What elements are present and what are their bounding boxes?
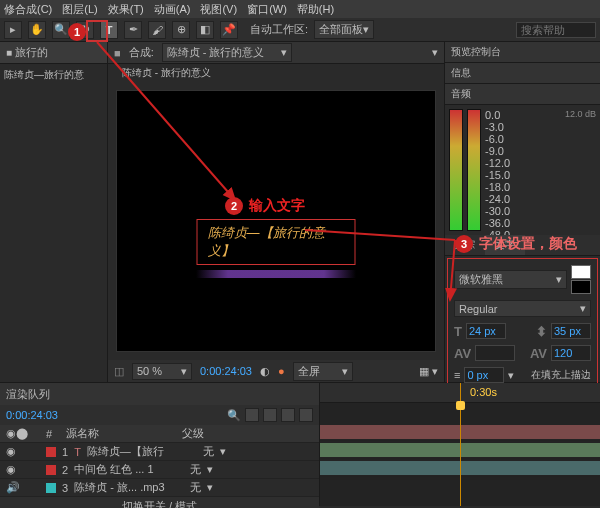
font-size-icon: T — [454, 324, 462, 339]
clone-tool[interactable]: ⊕ — [172, 21, 190, 39]
timeline-timecode[interactable]: 0:00:24:03 — [6, 409, 58, 421]
menu-window[interactable]: 窗口(W) — [247, 2, 287, 17]
view-mode-dropdown[interactable]: 全屏▾ — [293, 362, 353, 381]
brush-tool[interactable]: 🖌 — [148, 21, 166, 39]
menu-animation[interactable]: 动画(A) — [154, 2, 191, 17]
comp-tab[interactable]: 陈绮贞 - 旅行的意义 — [114, 64, 219, 82]
layer-row-1[interactable]: ◉ 1 T 陈绮贞—【旅行 无▾ — [0, 443, 319, 461]
project-item[interactable]: 陈绮贞—旅行的意 — [0, 64, 107, 86]
tracking-input[interactable] — [551, 345, 591, 361]
zoom-dropdown[interactable]: 50 %▾ — [132, 363, 192, 380]
audio-db-value: 12.0 dB — [565, 109, 596, 231]
composition-viewer[interactable]: 陈绮贞—【旅行的意义】 — [116, 90, 436, 352]
waveform-visual — [196, 270, 356, 278]
project-tab[interactable]: ■ 旅行的 — [0, 42, 107, 64]
search-help-input[interactable] — [516, 22, 596, 38]
col-parent[interactable]: 父级 — [182, 426, 204, 441]
puppet-tool[interactable]: 📌 — [220, 21, 238, 39]
comp-dropdown[interactable]: 陈绮贞 - 旅行的意义▾ — [162, 43, 292, 62]
leading-icon: ⬍ — [536, 324, 547, 339]
fill-color-swatch[interactable] — [571, 265, 591, 279]
menu-composition[interactable]: 修合成(C) — [4, 2, 52, 17]
font-style-dropdown[interactable]: Regular▾ — [454, 300, 591, 317]
workspace-dropdown[interactable]: 全部面板▾ — [314, 20, 374, 39]
menu-view[interactable]: 视图(V) — [200, 2, 237, 17]
layer-row-2[interactable]: ◉ 2 中间色 红色 ... 1 无▾ — [0, 461, 319, 479]
res-icon[interactable]: ◐ — [260, 365, 270, 378]
preview-panel-header[interactable]: 预览控制台 — [445, 42, 600, 63]
kerning-input[interactable] — [475, 345, 515, 361]
audio-meter-left — [449, 109, 463, 231]
audio-meter-right-bar — [467, 109, 481, 231]
timeline-panel: 渲染队列 0:00:24:03 🔍 ◉⬤ # 源名称 父级 ◉ 1 T 陈绮贞—… — [0, 382, 600, 506]
viewer-timecode[interactable]: 0:00:24:03 — [200, 365, 252, 377]
tl-ctrl-4[interactable] — [299, 408, 313, 422]
col-source[interactable]: 源名称 — [66, 426, 176, 441]
hand-tool[interactable]: ✋ — [28, 21, 46, 39]
annotation-box-1 — [86, 20, 108, 42]
info-panel-header[interactable]: 信息 — [445, 63, 600, 84]
project-panel: ■ 旅行的 陈绮贞—旅行的意 — [0, 42, 108, 382]
render-queue-tab[interactable]: 渲染队列 — [6, 387, 50, 402]
tl-ctrl-2[interactable] — [263, 408, 277, 422]
audio-meter: 0.0-3.0-6.0 -9.0-12.0-15.0 -18.0-24.0-30… — [445, 105, 600, 235]
audio-db-scale: 0.0-3.0-6.0 -9.0-12.0-15.0 -18.0-24.0-30… — [485, 109, 510, 231]
playhead[interactable] — [460, 383, 461, 506]
menu-bar: 修合成(C) 图层(L) 效果(T) 动画(A) 视图(V) 窗口(W) 帮助(… — [0, 0, 600, 18]
selection-tool[interactable]: ▸ — [4, 21, 22, 39]
tl-ctrl-3[interactable] — [281, 408, 295, 422]
kerning-icon: AV — [454, 346, 471, 361]
stroke-width-input[interactable] — [464, 367, 504, 383]
workspace-label: 自动工作区: — [250, 22, 308, 37]
audio-panel-header[interactable]: 音频 — [445, 84, 600, 105]
tracking-tab[interactable]: 跟踪 — [445, 235, 485, 255]
eraser-tool[interactable]: ◧ — [196, 21, 214, 39]
viewer-text-layer[interactable]: 陈绮贞—【旅行的意义】 — [197, 219, 356, 265]
composition-panel: ■ 合成: 陈绮贞 - 旅行的意义▾ ▾ 陈绮贞 - 旅行的意义 陈绮贞—【旅行… — [108, 42, 444, 382]
comp-header-label: 合成: — [129, 45, 154, 60]
tl-ctrl-1[interactable] — [245, 408, 259, 422]
toggle-switches-button[interactable]: 切换开关 / 模式 — [122, 499, 197, 509]
menu-help[interactable]: 帮助(H) — [297, 2, 334, 17]
leading-input[interactable] — [551, 323, 591, 339]
menu-effect[interactable]: 效果(T) — [108, 2, 144, 17]
font-size-input[interactable] — [466, 323, 506, 339]
stroke-color-swatch[interactable] — [571, 280, 591, 294]
timeline-tracks[interactable]: 0:30s — [320, 383, 600, 506]
layer-row-3[interactable]: 🔊 3 陈绮贞 - 旅... .mp3 无▾ — [0, 479, 319, 497]
stroke-width-icon: ≡ — [454, 369, 460, 381]
pen-tool[interactable]: ✒ — [124, 21, 142, 39]
viewer-controls: ◫ 50 %▾ 0:00:24:03 ◐ ● 全屏▾ ▦ ▾ — [108, 360, 444, 382]
font-family-dropdown[interactable]: 微软雅黑▾ — [454, 270, 567, 289]
right-panels: 预览控制台 信息 音频 0.0-3.0-6.0 -9.0-12.0-15.0 -… — [444, 42, 600, 382]
menu-layer[interactable]: 图层(L) — [62, 2, 97, 17]
stroke-order-label[interactable]: 在填充上描边 — [531, 368, 591, 382]
character-tab[interactable]: 文字 — [485, 235, 525, 255]
tracking-icon: AV — [530, 346, 547, 361]
zoom-tool[interactable]: 🔍 — [52, 21, 70, 39]
